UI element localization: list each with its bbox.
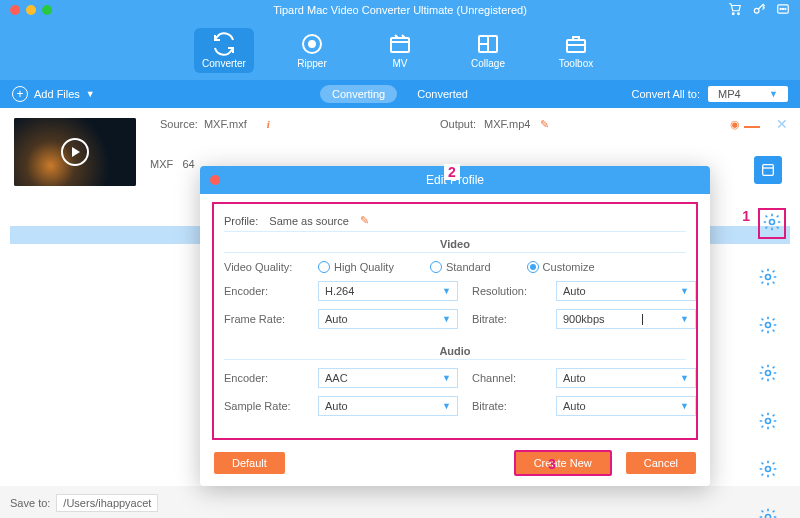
collage-icon — [476, 32, 500, 56]
source-value: MXF.mxf — [204, 118, 247, 130]
edit-profile-icon[interactable]: ✎ — [360, 214, 369, 227]
mv-icon — [388, 32, 412, 56]
gear-icon[interactable] — [758, 459, 778, 479]
output-label: Output: — [440, 118, 476, 130]
audio-section-heading: Audio — [224, 339, 686, 360]
menu-icon[interactable] — [776, 2, 790, 19]
svg-point-14 — [766, 275, 771, 280]
svg-point-18 — [766, 467, 771, 472]
svg-point-16 — [766, 371, 771, 376]
video-thumbnail[interactable] — [14, 118, 136, 186]
quality-customize-radio[interactable]: Customize — [527, 261, 595, 273]
plus-icon: + — [12, 86, 28, 102]
key-icon[interactable] — [752, 2, 766, 19]
cart-icon[interactable] — [728, 2, 742, 19]
settings-rail — [758, 208, 786, 518]
audio-channel-select[interactable]: Auto▼ — [556, 368, 696, 388]
svg-point-2 — [754, 8, 759, 13]
chevron-down-icon: ▼ — [86, 89, 95, 99]
video-framerate-select[interactable]: Auto▼ — [318, 309, 458, 329]
audio-samplerate-select[interactable]: Auto▼ — [318, 396, 458, 416]
convert-all-label: Convert All to: — [632, 88, 700, 100]
svg-point-0 — [732, 12, 734, 14]
audio-encoder-select[interactable]: AAC▼ — [318, 368, 458, 388]
ripper-icon — [300, 32, 324, 56]
annotation-2: 2 — [444, 164, 460, 180]
quality-high-radio[interactable]: High Quality — [318, 261, 394, 273]
default-button[interactable]: Default — [214, 452, 285, 474]
svg-point-6 — [785, 8, 786, 9]
annotation-1: 1 — [742, 208, 750, 224]
source-label: Source: — [160, 118, 198, 130]
output-format-selector[interactable]: MP4 ▼ — [708, 86, 788, 102]
app-title: Tipard Mac Video Converter Ultimate (Unr… — [0, 4, 800, 16]
edit-output-icon[interactable]: ✎ — [540, 118, 549, 131]
svg-point-5 — [782, 8, 783, 9]
tab-ripper[interactable]: Ripper — [282, 28, 342, 73]
tab-mv[interactable]: MV — [370, 28, 430, 73]
gear-icon — [762, 212, 782, 232]
save-to-row: Save to: /Users/ihappyacet — [10, 494, 158, 512]
svg-point-13 — [770, 220, 775, 225]
sub-toolbar: + Add Files ▼ Converting Converted Conve… — [0, 80, 800, 108]
save-path-field[interactable]: /Users/ihappyacet — [56, 494, 158, 512]
titlebar: Tipard Mac Video Converter Ultimate (Unr… — [0, 0, 800, 20]
output-value: MXF.mp4 — [484, 118, 530, 130]
quality-standard-radio[interactable]: Standard — [430, 261, 491, 273]
gear-icon[interactable] — [758, 411, 778, 431]
edit-profile-dialog: Edit Profile Profile: Same as source ✎ V… — [200, 166, 710, 486]
main-toolbar: Converter Ripper MV Collage Toolbox — [0, 20, 800, 80]
tab-converting[interactable]: Converting — [320, 85, 397, 103]
svg-point-4 — [780, 8, 781, 9]
add-files-button[interactable]: + Add Files ▼ — [12, 86, 95, 102]
svg-point-1 — [738, 12, 740, 14]
gear-icon[interactable] — [758, 363, 778, 383]
play-icon — [61, 138, 89, 166]
svg-rect-9 — [391, 38, 409, 52]
video-bitrate-input[interactable]: 900kbps▼ — [556, 309, 696, 329]
video-resolution-select[interactable]: Auto▼ — [556, 281, 696, 301]
remove-icon[interactable]: ✕ — [776, 116, 788, 132]
svg-point-15 — [766, 323, 771, 328]
video-encoder-select[interactable]: H.264▼ — [318, 281, 458, 301]
gear-icon[interactable] — [758, 267, 778, 287]
tab-converted[interactable]: Converted — [405, 85, 480, 103]
converter-icon — [212, 32, 236, 56]
tab-toolbox[interactable]: Toolbox — [546, 28, 606, 73]
svg-rect-12 — [763, 165, 774, 176]
audio-bitrate-select[interactable]: Auto▼ — [556, 396, 696, 416]
trim-icon[interactable] — [744, 118, 760, 130]
tab-collage[interactable]: Collage — [458, 28, 518, 73]
gear-icon[interactable] — [758, 315, 778, 335]
profile-value: Same as source — [269, 215, 348, 227]
info-icon[interactable]: i — [267, 118, 270, 130]
toolbox-icon — [564, 32, 588, 56]
tab-converter[interactable]: Converter — [194, 28, 254, 73]
profile-settings-button[interactable] — [758, 208, 786, 239]
svg-point-8 — [309, 41, 315, 47]
format-badge[interactable] — [754, 156, 782, 184]
annotation-3: 3 — [548, 456, 556, 472]
svg-point-19 — [766, 515, 771, 519]
compress-icon[interactable]: ◉ — [730, 118, 740, 131]
video-section-heading: Video — [224, 232, 686, 253]
gear-icon[interactable] — [758, 507, 778, 518]
svg-point-17 — [766, 419, 771, 424]
chevron-down-icon: ▼ — [769, 89, 778, 99]
create-new-button[interactable]: Create New — [514, 450, 612, 476]
mp4-icon — [760, 162, 776, 178]
cancel-button[interactable]: Cancel — [626, 452, 696, 474]
